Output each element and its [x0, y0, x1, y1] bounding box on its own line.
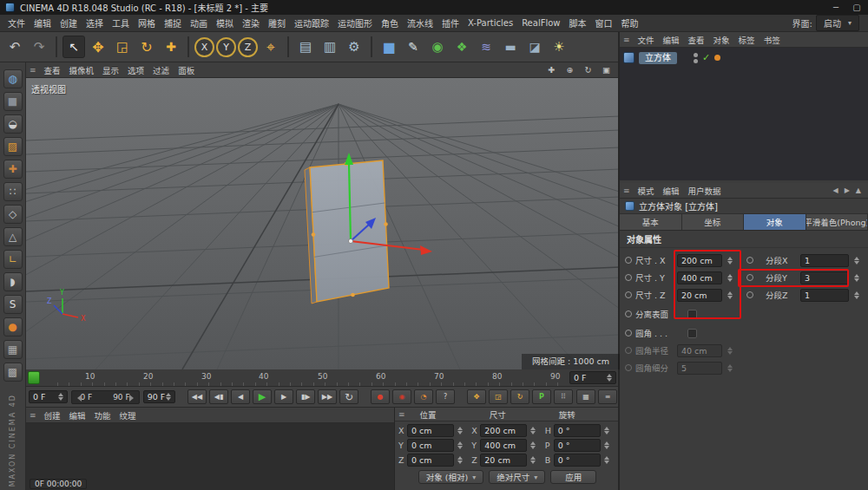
key-position-button[interactable]: ✥ — [467, 389, 486, 404]
object-manager-menu-item[interactable]: 编辑 — [659, 32, 684, 47]
panel-grip-icon[interactable]: ≡ — [30, 411, 36, 420]
play-button[interactable]: ▶ — [253, 389, 272, 404]
panel-grip-icon[interactable]: ≡ — [30, 66, 36, 75]
anim-dot-icon[interactable] — [625, 291, 632, 298]
polygons-mode-icon[interactable]: △ — [3, 227, 23, 246]
key-rotation-button[interactable]: ↻ — [510, 389, 529, 404]
object-manager-menu-item[interactable]: 文件 — [634, 32, 659, 47]
object-name[interactable]: 立方体 — [639, 52, 677, 64]
next-key-button[interactable]: ▮▶ — [296, 389, 315, 404]
render-settings-button[interactable]: ⚙ — [343, 36, 365, 58]
stepper[interactable] — [530, 427, 536, 434]
position-y-field[interactable]: 0 cm — [407, 439, 454, 452]
minimize-button[interactable]: ─ — [830, 3, 842, 12]
anim-dot-icon[interactable] — [746, 291, 753, 298]
timeline-list-button[interactable]: ≡ — [598, 389, 617, 404]
anim-dot-icon[interactable] — [625, 310, 632, 317]
interface-dropdown[interactable]: 启动 ▾ — [816, 15, 859, 31]
history-forward-icon[interactable]: ▶ — [845, 186, 850, 194]
size-x-field[interactable]: 200 cm — [480, 424, 527, 437]
menu-item[interactable]: 窗口 — [591, 15, 617, 31]
key-pla-button[interactable]: P — [532, 389, 551, 404]
frame-range-slider[interactable]: 0 F 90 F — [71, 390, 140, 404]
menu-item[interactable]: 捕捉 — [160, 15, 186, 31]
panel-grip-icon[interactable]: ≡ — [398, 410, 405, 419]
menu-item[interactable]: 运动跟踪 — [290, 15, 333, 31]
viewport-menu-item[interactable]: 选项 — [123, 62, 148, 77]
stepper[interactable] — [854, 291, 859, 299]
menu-item[interactable]: RealFlow — [517, 15, 564, 31]
cube-object[interactable] — [305, 160, 389, 304]
viewport-menu-item[interactable]: 查看 — [40, 62, 65, 77]
object-manager-menu-item[interactable]: 标签 — [734, 32, 760, 47]
keyframe-help-button[interactable]: ? — [436, 389, 455, 404]
toggle-view-icon[interactable]: ▣ — [600, 65, 613, 75]
material-menu-item[interactable]: 编辑 — [65, 408, 90, 422]
stage-button[interactable]: ◪ — [523, 36, 546, 58]
object-manager-menu-item[interactable]: 查看 — [684, 32, 709, 47]
z-axis-lock-button[interactable]: Z — [238, 37, 258, 57]
object-row-cube[interactable]: 立方体 ✓ — [620, 50, 868, 65]
points-mode-icon[interactable]: ∷ — [3, 182, 23, 201]
material-menu-item[interactable]: 创建 — [40, 408, 65, 422]
object-manager-menu-item[interactable]: 书签 — [760, 32, 785, 47]
x-axis-lock-button[interactable]: X — [194, 37, 214, 57]
anim-dot-icon[interactable] — [625, 330, 632, 336]
redo-button[interactable]: ↷ — [28, 36, 50, 58]
stepper[interactable] — [58, 393, 63, 401]
anim-dot-icon[interactable] — [746, 257, 753, 264]
goto-start-button[interactable]: ◀◀ — [187, 389, 207, 404]
range-start-field[interactable]: 0 F — [29, 390, 68, 403]
autokey-button[interactable]: ◉ — [392, 389, 411, 404]
stepper[interactable] — [727, 274, 733, 282]
coord-system-button[interactable]: ⌖ — [260, 36, 282, 58]
size-z-field[interactable]: 20 cm — [480, 454, 527, 467]
size-y-field[interactable]: 400 cm — [677, 271, 722, 284]
texture-mode-icon[interactable]: ◒ — [3, 114, 23, 134]
move-tool-button[interactable]: ✥ — [87, 36, 109, 58]
tab-object[interactable]: 对象 — [744, 214, 806, 230]
undo-button[interactable]: ↶ — [3, 36, 26, 58]
workplane-icon[interactable]: ∟ — [3, 250, 23, 269]
model-mode-icon[interactable]: ■ — [3, 92, 23, 111]
menu-item[interactable]: 工具 — [108, 15, 134, 31]
size-z-field[interactable]: 20 cm — [677, 289, 722, 302]
anim-dot-icon[interactable] — [625, 274, 632, 281]
tab-phong[interactable]: 平滑着色(Phong) — [806, 214, 868, 230]
edges-mode-icon[interactable]: ◇ — [3, 205, 23, 224]
attribute-menu-item[interactable]: 模式 — [634, 183, 659, 198]
stepper[interactable] — [457, 441, 463, 449]
anim-dot-icon[interactable] — [625, 257, 632, 264]
render-view-button[interactable]: ▤ — [294, 36, 317, 58]
last-tool-button[interactable]: ✚ — [160, 36, 182, 58]
texture-checker-icon[interactable]: ▨ — [3, 137, 23, 156]
menu-item[interactable]: X-Particles — [464, 15, 517, 31]
menu-item[interactable]: 编辑 — [30, 15, 56, 31]
record-keyframe-button[interactable]: ● — [371, 389, 390, 404]
add-cube-button[interactable]: ■ — [378, 36, 400, 58]
subdivision-surface-button[interactable]: ◉ — [426, 36, 449, 58]
viewport-3d-scene[interactable]: Y X Z — [26, 78, 620, 369]
render-picture-viewer-button[interactable]: ▥ — [319, 36, 341, 58]
position-z-field[interactable]: 0 cm — [407, 454, 454, 467]
light-button[interactable]: ☀ — [548, 36, 570, 58]
stepper[interactable] — [604, 456, 609, 464]
menu-item[interactable]: 运动图形 — [333, 15, 377, 31]
zoom-view-icon[interactable]: ⊕ — [563, 65, 576, 75]
rotation-h-field[interactable]: 0 ° — [554, 424, 601, 437]
size-y-field[interactable]: 400 cm — [480, 439, 527, 452]
menu-item[interactable]: 角色 — [377, 15, 403, 31]
select-tool-button[interactable]: ↖ — [62, 36, 85, 58]
view-label[interactable]: 透视视图 — [31, 82, 66, 95]
loop-button[interactable]: ↻ — [339, 389, 358, 404]
size-mode-dropdown[interactable]: 绝对尺寸 ▾ — [489, 470, 545, 484]
panel-grip-icon[interactable]: ≡ — [623, 36, 630, 44]
menu-item[interactable]: 帮助 — [617, 15, 643, 31]
pan-view-icon[interactable]: ✚ — [545, 65, 558, 75]
attribute-menu-item[interactable]: 编辑 — [659, 183, 684, 198]
current-frame-field[interactable]: 0 F — [569, 371, 616, 384]
viewport-canvas[interactable]: 透视视图 — [26, 78, 620, 369]
viewport-menu-item[interactable]: 过滤 — [148, 62, 174, 77]
rotate-tool-button[interactable]: ↻ — [135, 36, 158, 58]
stepper[interactable] — [727, 257, 733, 265]
